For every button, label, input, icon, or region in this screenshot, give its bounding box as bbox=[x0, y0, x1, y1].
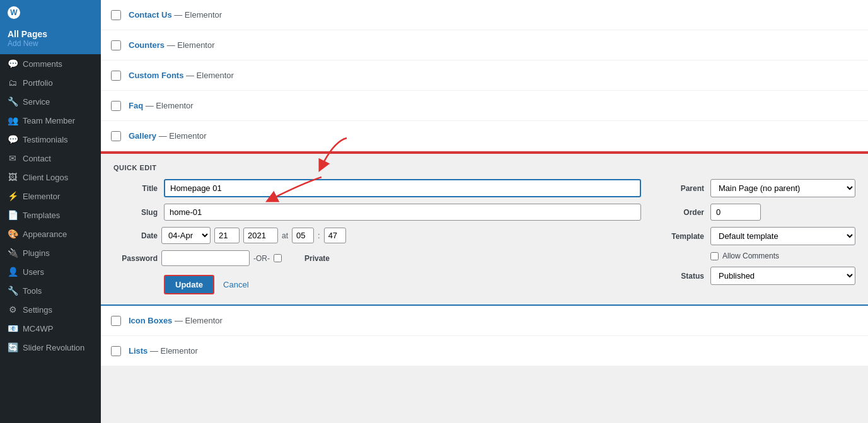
sidebar-item-portfolio[interactable]: 🗂 Portfolio bbox=[0, 73, 101, 92]
slug-field: Slug bbox=[113, 204, 641, 221]
wp-logo-icon: W bbox=[8, 6, 20, 19]
sidebar-item-contact[interactable]: ✉ Contact bbox=[0, 149, 101, 168]
quick-edit-panel: QUICK EDIT Title Slug bbox=[101, 151, 868, 304]
contact-icon: ✉ bbox=[8, 153, 18, 163]
date-year-input[interactable] bbox=[243, 228, 278, 243]
sidebar-item-mc4wp[interactable]: 📧 MC4WP bbox=[0, 319, 101, 338]
comments-icon: 💬 bbox=[8, 59, 18, 69]
page-suffix-counters: — Elementor bbox=[165, 40, 214, 50]
private-checkbox[interactable] bbox=[274, 254, 282, 262]
private-label: Private bbox=[286, 254, 330, 263]
sidebar-item-label-templates: Templates bbox=[23, 211, 60, 220]
order-input[interactable] bbox=[710, 204, 761, 221]
at-label: at bbox=[282, 231, 288, 240]
sidebar-item-tools[interactable]: 🔧 Tools bbox=[0, 281, 101, 300]
update-button[interactable]: Update bbox=[164, 275, 214, 294]
allow-comments-checkbox[interactable] bbox=[710, 252, 719, 260]
page-title-gallery[interactable]: Gallery bbox=[129, 131, 156, 141]
slug-input[interactable] bbox=[164, 204, 641, 221]
order-label: Order bbox=[654, 208, 704, 217]
sidebar-item-templates[interactable]: 📄 Templates bbox=[0, 206, 101, 224]
title-input[interactable] bbox=[164, 179, 641, 197]
page-suffix-custom-fonts: — Elementor bbox=[183, 71, 233, 80]
page-row-custom-fonts: Custom Fonts — Elementor bbox=[101, 61, 868, 91]
sidebar-item-service[interactable]: 🔧 Service bbox=[0, 92, 101, 111]
sidebar-item-team-member[interactable]: 👥 Team Member bbox=[0, 111, 101, 130]
password-input[interactable] bbox=[161, 250, 250, 266]
page-checkbox-faq[interactable] bbox=[111, 101, 121, 111]
quick-edit-actions: Update Cancel bbox=[113, 275, 641, 294]
parent-field: Parent Main Page (no parent) AboutBlogCo… bbox=[654, 179, 855, 197]
pages-title: All Pages bbox=[8, 29, 93, 39]
slider-revolution-icon: 🔄 bbox=[8, 342, 18, 352]
bottom-pages: Icon Boxes — Elementor Lists — Elementor bbox=[101, 306, 868, 366]
tools-icon: 🔧 bbox=[8, 286, 18, 296]
page-checkbox-counters[interactable] bbox=[111, 40, 121, 50]
sidebar-item-settings[interactable]: ⚙ Settings bbox=[0, 300, 101, 319]
page-suffix-faq: — Elementor bbox=[143, 101, 193, 110]
date-day-input[interactable] bbox=[214, 228, 240, 243]
sidebar-item-comments[interactable]: 💬 Comments bbox=[0, 54, 101, 73]
appearance-icon: 🎨 bbox=[8, 229, 18, 239]
main-content: Contact Us — Elementor Counters — Elemen… bbox=[101, 0, 868, 423]
sidebar-item-label-settings: Settings bbox=[23, 305, 52, 315]
password-field: Password -OR- Private bbox=[113, 250, 641, 266]
sidebar-item-plugins[interactable]: 🔌 Plugins bbox=[0, 243, 101, 262]
sidebar-item-label-users: Users bbox=[23, 267, 44, 277]
sidebar-item-elementor[interactable]: ⚡ Elementor bbox=[0, 187, 101, 206]
sidebar-header: W bbox=[0, 0, 101, 25]
client-logos-icon: 🖼 bbox=[8, 172, 18, 182]
page-row-counters: Counters — Elementor bbox=[101, 30, 868, 61]
parent-select[interactable]: Main Page (no parent) AboutBlogContact bbox=[710, 179, 855, 197]
quick-edit-right: Parent Main Page (no parent) AboutBlogCo… bbox=[654, 179, 855, 294]
pages-section: All Pages Add New bbox=[0, 25, 101, 54]
page-checkbox-icon-boxes[interactable] bbox=[111, 316, 121, 326]
page-suffix-icon-boxes: — Elementor bbox=[172, 316, 222, 325]
page-row-lists: Lists — Elementor bbox=[101, 336, 868, 366]
template-label: Template bbox=[654, 232, 704, 241]
page-title-counters[interactable]: Counters bbox=[129, 40, 165, 50]
nav-menu: 💬 Comments 🗂 Portfolio 🔧 Service 👥 Team … bbox=[0, 54, 101, 357]
sidebar-item-label-team-member: Team Member bbox=[23, 116, 75, 125]
or-text: -OR- bbox=[253, 254, 270, 263]
sidebar-item-label-plugins: Plugins bbox=[23, 248, 50, 258]
sidebar-item-slider-revolution[interactable]: 🔄 Slider Revolution bbox=[0, 338, 101, 357]
status-select[interactable]: Published Draft Pending Review bbox=[710, 267, 855, 285]
sidebar-item-users[interactable]: 👤 Users bbox=[0, 262, 101, 281]
sidebar-item-testimonials[interactable]: 💬 Testimonials bbox=[0, 130, 101, 149]
sidebar-item-label-portfolio: Portfolio bbox=[23, 78, 53, 88]
add-new-link[interactable]: Add New bbox=[8, 39, 93, 48]
date-minute-input[interactable] bbox=[324, 228, 346, 243]
sidebar-item-label-comments: Comments bbox=[23, 59, 62, 69]
sidebar-item-label-contact: Contact bbox=[23, 154, 51, 163]
template-select[interactable]: Default template Elementor Canvas Elemen… bbox=[710, 227, 855, 245]
sidebar-item-label-elementor: Elementor bbox=[23, 192, 60, 201]
portfolio-icon: 🗂 bbox=[8, 78, 18, 88]
page-checkbox-lists[interactable] bbox=[111, 346, 121, 356]
page-title-lists[interactable]: Lists bbox=[129, 346, 148, 356]
page-title-contact-us[interactable]: Contact Us bbox=[129, 10, 172, 20]
elementor-icon: ⚡ bbox=[8, 191, 18, 201]
slug-label: Slug bbox=[113, 208, 158, 217]
sidebar-item-appearance[interactable]: 🎨 Appearance bbox=[0, 224, 101, 243]
page-checkbox-custom-fonts[interactable] bbox=[111, 71, 121, 81]
page-title-custom-fonts[interactable]: Custom Fonts bbox=[129, 71, 183, 80]
page-checkbox-contact-us[interactable] bbox=[111, 10, 121, 20]
page-checkbox-gallery[interactable] bbox=[111, 131, 121, 141]
parent-label: Parent bbox=[654, 184, 704, 193]
date-hour-input[interactable] bbox=[292, 228, 314, 243]
page-title-icon-boxes[interactable]: Icon Boxes bbox=[129, 316, 172, 325]
page-list: Contact Us — Elementor Counters — Elemen… bbox=[101, 0, 868, 366]
date-label: Date bbox=[113, 231, 158, 240]
date-month-select[interactable]: 04-Apr 01-Jan02-Feb03-Mar 05-May06-Jun bbox=[161, 227, 211, 244]
page-title-faq[interactable]: Faq bbox=[129, 101, 143, 110]
page-suffix-gallery: — Elementor bbox=[156, 131, 206, 141]
sidebar-item-label-testimonials: Testimonials bbox=[23, 135, 68, 144]
sidebar-item-label-service: Service bbox=[23, 97, 50, 107]
sidebar-item-label-mc4wp: MC4WP bbox=[23, 324, 53, 333]
mc4wp-icon: 📧 bbox=[8, 323, 18, 333]
sidebar: W All Pages Add New 💬 Comments 🗂 Portfol… bbox=[0, 0, 101, 423]
date-field: Date 04-Apr 01-Jan02-Feb03-Mar 05-May06-… bbox=[113, 227, 641, 244]
cancel-button[interactable]: Cancel bbox=[221, 276, 251, 293]
sidebar-item-client-logos[interactable]: 🖼 Client Logos bbox=[0, 168, 101, 187]
